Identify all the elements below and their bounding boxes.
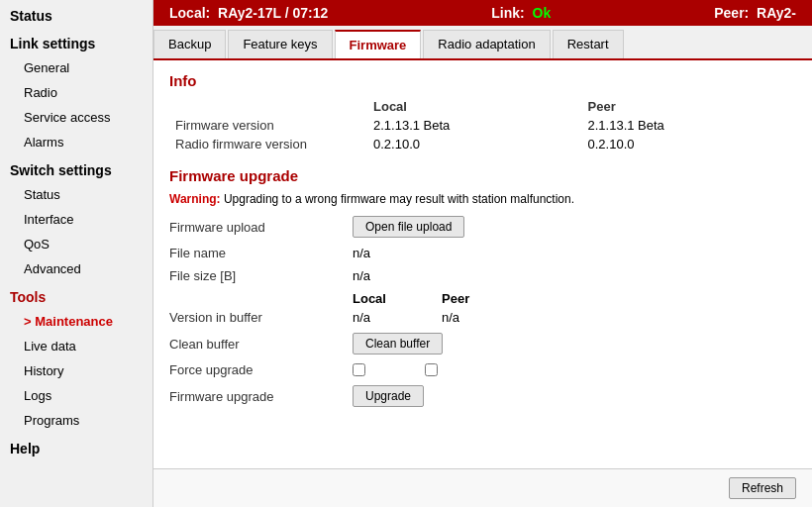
firmware-upgrade-title: Firmware upgrade [169, 167, 796, 184]
warning-body: Upgrading to a wrong firmware may result… [224, 192, 574, 206]
force-upgrade-local-checkbox[interactable] [353, 363, 365, 376]
version-buffer-peer: n/a [442, 310, 531, 325]
file-name-value: n/a [353, 246, 796, 260]
file-name-label: File name [169, 246, 353, 260]
warning-bold: Warning: [169, 192, 221, 206]
main-content: Local: RAy2-17L / 07:12 Link: Ok Peer: R… [153, 0, 812, 507]
firmware-upload-row: Firmware upload Open file upload [169, 216, 796, 238]
topbar-link: Link: Ok [491, 5, 551, 21]
sidebar-item-service-access[interactable]: Service access [0, 105, 152, 130]
sidebar-section-status: Status [0, 0, 152, 28]
firmware-version-local: 2.1.13.1 Beta [367, 116, 582, 135]
file-size-row: File size [B] n/a [169, 268, 796, 283]
firmware-upgrade-row: Firmware upgrade Upgrade [169, 385, 796, 407]
sidebar-item-switch-status[interactable]: Status [0, 182, 152, 207]
bottom-bar: Refresh [153, 468, 812, 507]
version-buffer-label: Version in buffer [169, 310, 353, 325]
sidebar-item-advanced[interactable]: Advanced [0, 256, 152, 281]
open-file-upload-button[interactable]: Open file upload [353, 216, 464, 238]
content-area: Info Local Peer Firmware version 2.1.13.… [153, 60, 812, 468]
radio-firmware-peer: 0.2.10.0 [582, 135, 797, 153]
firmware-version-peer: 2.1.13.1 Beta [582, 116, 797, 135]
firmware-version-label: Firmware version [169, 116, 367, 135]
force-upgrade-row: Force upgrade [169, 362, 796, 377]
topbar: Local: RAy2-17L / 07:12 Link: Ok Peer: R… [153, 0, 812, 26]
info-col-local: Local [367, 97, 582, 116]
sidebar-section-link-settings: Link settings [0, 28, 152, 55]
info-section-title: Info [169, 72, 796, 89]
tab-firmware[interactable]: Firmware [335, 30, 422, 58]
tab-restart[interactable]: Restart [553, 30, 624, 58]
refresh-button[interactable]: Refresh [729, 477, 796, 499]
sidebar-item-alarms[interactable]: Alarms [0, 130, 152, 154]
tabs-bar: Backup Feature keys Firmware Radio adapt… [153, 26, 812, 60]
force-upgrade-checkboxes [353, 363, 796, 376]
sidebar-item-live-data[interactable]: Live data [0, 334, 152, 358]
sidebar-item-maintenance[interactable]: Maintenance [0, 309, 152, 334]
sidebar-item-logs[interactable]: Logs [0, 383, 152, 408]
version-buffer-row: Version in buffer n/a n/a [169, 310, 796, 325]
clean-buffer-row: Clean buffer Clean buffer [169, 333, 796, 355]
topbar-local-value: RAy2-17L / 07:12 [218, 5, 328, 21]
sidebar-item-interface[interactable]: Interface [0, 207, 152, 232]
tab-backup[interactable]: Backup [153, 30, 226, 58]
radio-firmware-local: 0.2.10.0 [367, 135, 582, 153]
upgrade-button[interactable]: Upgrade [353, 385, 424, 407]
sidebar-section-tools: Tools [0, 281, 152, 309]
topbar-peer-label: Peer: [714, 5, 749, 21]
tab-radio-adaptation[interactable]: Radio adaptation [423, 30, 550, 58]
buffer-col-local: Local [353, 291, 442, 306]
file-size-label: File size [B] [169, 268, 353, 283]
sidebar-item-history[interactable]: History [0, 358, 152, 383]
sidebar-item-radio[interactable]: Radio [0, 80, 152, 105]
topbar-link-status: Ok [533, 5, 552, 21]
clean-buffer-button[interactable]: Clean buffer [353, 333, 443, 355]
buffer-headers-row: Local Peer [169, 291, 796, 306]
warning-text: Warning: Upgrading to a wrong firmware m… [169, 192, 796, 206]
sidebar-item-programs[interactable]: Programs [0, 408, 152, 433]
firmware-upgrade-btn-label: Firmware upgrade [169, 389, 353, 404]
file-size-value: n/a [353, 268, 796, 283]
topbar-local-label: Local: [169, 5, 210, 21]
force-upgrade-peer-checkbox[interactable] [425, 363, 438, 376]
topbar-peer: Peer: RAy2- [714, 5, 796, 21]
topbar-local: Local: RAy2-17L / 07:12 [169, 5, 328, 21]
sidebar-section-help: Help [0, 433, 152, 460]
file-name-row: File name n/a [169, 246, 796, 260]
info-table: Local Peer Firmware version 2.1.13.1 Bet… [169, 97, 796, 153]
radio-firmware-label: Radio firmware version [169, 135, 367, 153]
sidebar-item-general[interactable]: General [0, 55, 152, 80]
clean-buffer-label: Clean buffer [169, 337, 353, 352]
sidebar-section-switch-settings: Switch settings [0, 154, 152, 182]
topbar-peer-value: RAy2- [757, 5, 796, 21]
sidebar: Status Link settings General Radio Servi… [0, 0, 153, 507]
sidebar-item-qos[interactable]: QoS [0, 232, 152, 256]
topbar-link-label: Link: [491, 5, 524, 21]
buffer-col-peer: Peer [442, 291, 531, 306]
force-upgrade-label: Force upgrade [169, 362, 353, 377]
tab-feature-keys[interactable]: Feature keys [228, 30, 332, 58]
info-col-peer: Peer [582, 97, 797, 116]
version-buffer-local: n/a [353, 310, 442, 325]
firmware-upload-label: Firmware upload [169, 220, 353, 235]
